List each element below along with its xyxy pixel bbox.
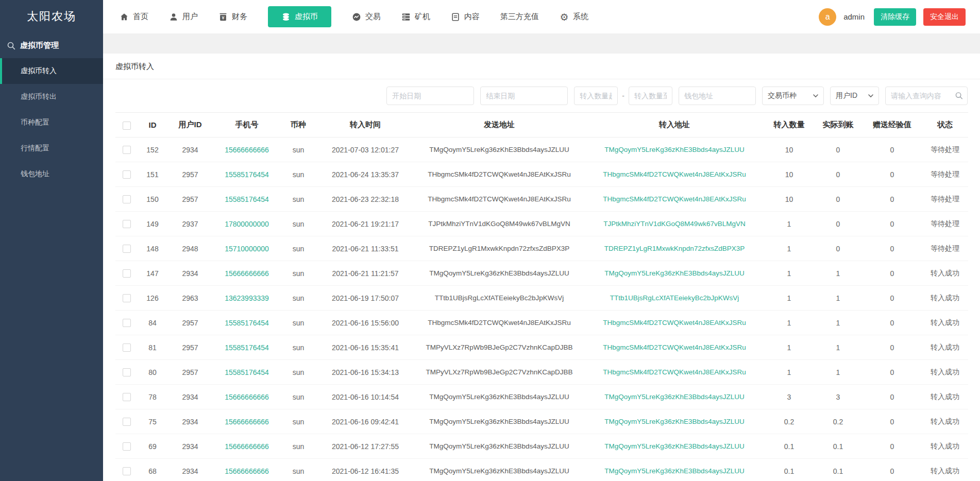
- cell-to[interactable]: THbgmcSMk4fD2TCWQKwet4nJ8EAtKxJSRu: [584, 311, 765, 335]
- cell-to[interactable]: TMgQoymY5LreKg36zKhE3Bbds4aysJZLUU: [584, 459, 765, 481]
- cell-phone[interactable]: 15585176454: [213, 360, 280, 385]
- cell-to[interactable]: TMgQoymY5LreKg36zKhE3Bbds4aysJZLUU: [584, 409, 765, 434]
- row-checkbox[interactable]: [123, 319, 131, 327]
- cell-phone[interactable]: 15666666666: [213, 385, 280, 409]
- cell-from: TMgQoymY5LreKg36zKhE3Bbds4aysJZLUU: [414, 434, 584, 459]
- sidebar-item-4[interactable]: 钱包地址: [0, 161, 103, 187]
- cell-received: 0: [814, 236, 863, 261]
- cell-to[interactable]: THbgmcSMk4fD2TCWQKwet4nJ8EAtKxJSRu: [584, 360, 765, 385]
- cell-received: 1: [814, 261, 863, 286]
- cell-phone[interactable]: 13623993339: [213, 286, 280, 311]
- row-checkbox[interactable]: [123, 368, 131, 376]
- cell-phone[interactable]: 15585176454: [213, 187, 280, 212]
- user-id-select[interactable]: 用户ID: [830, 87, 879, 105]
- cell-user_id: 2934: [167, 434, 213, 459]
- cell-to[interactable]: TJPtkMhziYTnV1dKGoQ8M49wk67vBLMgVN: [584, 212, 765, 236]
- cell-phone[interactable]: 15585176454: [213, 335, 280, 360]
- cell-coin: sun: [280, 459, 316, 481]
- avatar[interactable]: a: [819, 8, 836, 26]
- cell-phone[interactable]: 15666666666: [213, 434, 280, 459]
- finance-icon: ¥: [218, 12, 228, 22]
- topnav-item-4[interactable]: 交易: [352, 12, 381, 22]
- topnav-item-1[interactable]: 用户: [169, 12, 198, 22]
- cell-user_id: 2957: [167, 162, 213, 187]
- cell-phone[interactable]: 15585176454: [213, 311, 280, 335]
- search-icon[interactable]: [955, 92, 963, 100]
- cell-to[interactable]: TTtb1UBjsRgLcXfATEeiekyBc2bJpKWsVj: [584, 286, 765, 311]
- search-icon: [7, 42, 15, 50]
- row-checkbox[interactable]: [123, 467, 131, 475]
- cell-phone[interactable]: 15710000000: [213, 236, 280, 261]
- cell-coin: sun: [280, 286, 316, 311]
- cell-coin: sun: [280, 138, 316, 162]
- cell-phone[interactable]: 17800000000: [213, 212, 280, 236]
- amount-from-input[interactable]: [574, 87, 618, 105]
- cell-time: 2021-06-21 11:21:57: [316, 261, 414, 286]
- topnav-item-3[interactable]: 虚拟币: [268, 6, 331, 27]
- logout-button[interactable]: 安全退出: [923, 8, 966, 26]
- row-checkbox[interactable]: [123, 195, 131, 203]
- row-checkbox[interactable]: [123, 170, 131, 179]
- row-checkbox[interactable]: [123, 220, 131, 228]
- start-date-input[interactable]: [386, 87, 474, 105]
- cell-phone[interactable]: 15666666666: [213, 138, 280, 162]
- cell-time: 2021-06-24 13:35:37: [316, 162, 414, 187]
- topnav-item-8[interactable]: ⚙系统: [560, 12, 588, 22]
- cell-status: 转入成功: [922, 335, 968, 360]
- cell-amount: 1: [765, 335, 814, 360]
- row-checkbox[interactable]: [123, 418, 131, 426]
- amount-to-input[interactable]: [629, 87, 672, 105]
- cell-status: 等待处理: [922, 187, 968, 212]
- topnav-item-7[interactable]: 第三方充值: [500, 12, 539, 22]
- clear-cache-button[interactable]: 清除缓存: [874, 8, 916, 26]
- cell-to[interactable]: TMgQoymY5LreKg36zKhE3Bbds4aysJZLUU: [584, 261, 765, 286]
- cell-to[interactable]: TDREPZ1yLgR1MxwkKnpdn72zfxsZdBPX3P: [584, 236, 765, 261]
- select-all-checkbox[interactable]: [123, 122, 131, 130]
- topnav-item-label: 首页: [133, 12, 148, 22]
- cell-to[interactable]: THbgmcSMk4fD2TCWQKwet4nJ8EAtKxJSRu: [584, 335, 765, 360]
- topnav-item-6[interactable]: 内容: [451, 12, 480, 22]
- cell-time: 2021-06-21 11:33:51: [316, 236, 414, 261]
- wallet-address-input[interactable]: [679, 87, 756, 105]
- topnav-item-label: 用户: [182, 12, 198, 22]
- row-checkbox[interactable]: [123, 442, 131, 451]
- cell-user_id: 2948: [167, 236, 213, 261]
- cell-to[interactable]: TMgQoymY5LreKg36zKhE3Bbds4aysJZLUU: [584, 138, 765, 162]
- cell-from: THbgmcSMk4fD2TCWQKwet4nJ8EAtKxJSRu: [414, 187, 584, 212]
- cell-exp: 0: [863, 261, 922, 286]
- cell-status: 转入成功: [922, 311, 968, 335]
- sidebar-item-1[interactable]: 虚拟币转出: [0, 84, 103, 110]
- cell-to[interactable]: THbgmcSMk4fD2TCWQKwet4nJ8EAtKxJSRu: [584, 187, 765, 212]
- row-checkbox[interactable]: [123, 343, 131, 352]
- cell-phone[interactable]: 15666666666: [213, 459, 280, 481]
- coin-type-select[interactable]: 交易币种: [762, 87, 824, 105]
- cell-phone[interactable]: 15585176454: [213, 162, 280, 187]
- sidebar-item-2[interactable]: 币种配置: [0, 110, 103, 135]
- topnav-item-label: 交易: [365, 12, 381, 22]
- cell-amount: 0.1: [765, 459, 814, 481]
- topnav-item-5[interactable]: 矿机: [401, 12, 430, 22]
- column-header: 转入时间: [316, 113, 414, 138]
- row-checkbox[interactable]: [123, 269, 131, 278]
- topnav-item-0[interactable]: 首页: [120, 12, 148, 22]
- user-icon: [169, 12, 178, 22]
- row-checkbox[interactable]: [123, 146, 131, 154]
- cell-coin: sun: [280, 360, 316, 385]
- end-date-input[interactable]: [480, 87, 568, 105]
- cell-received: 0.2: [814, 409, 863, 434]
- row-checkbox[interactable]: [123, 294, 131, 302]
- topnav-item-2[interactable]: ¥财务: [218, 12, 247, 22]
- sidebar-item-3[interactable]: 行情配置: [0, 135, 103, 161]
- row-checkbox[interactable]: [123, 393, 131, 401]
- cell-phone[interactable]: 15666666666: [213, 261, 280, 286]
- cell-to[interactable]: TMgQoymY5LreKg36zKhE3Bbds4aysJZLUU: [584, 385, 765, 409]
- cell-to[interactable]: TMgQoymY5LreKg36zKhE3Bbds4aysJZLUU: [584, 434, 765, 459]
- cell-status: 转入成功: [922, 286, 968, 311]
- column-header: 用户ID: [167, 113, 213, 138]
- cell-from: TMgQoymY5LreKg36zKhE3Bbds4aysJZLUU: [414, 261, 584, 286]
- cell-to[interactable]: THbgmcSMk4fD2TCWQKwet4nJ8EAtKxJSRu: [584, 162, 765, 187]
- cell-user_id: 2957: [167, 311, 213, 335]
- sidebar-item-0[interactable]: 虚拟币转入: [0, 58, 103, 84]
- row-checkbox[interactable]: [123, 245, 131, 253]
- cell-phone[interactable]: 15666666666: [213, 409, 280, 434]
